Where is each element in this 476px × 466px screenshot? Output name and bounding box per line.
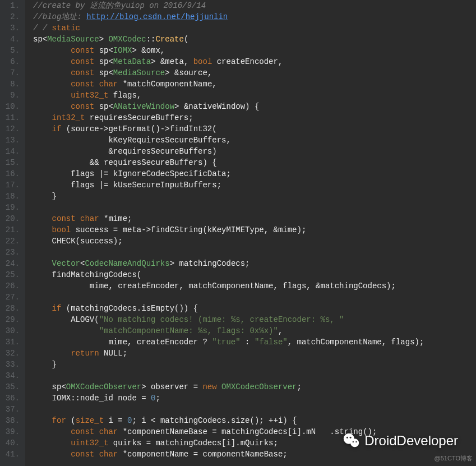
token: const — [71, 427, 94, 436]
token: sp< — [33, 382, 66, 391]
token: OMXCodecObserver — [217, 382, 297, 391]
token: > — [151, 57, 160, 66]
code-line: } — [33, 359, 476, 370]
line-number: 16. — [3, 168, 20, 179]
token — [33, 158, 90, 167]
token — [33, 214, 52, 223]
token — [33, 282, 90, 290]
token: ; — [297, 382, 302, 391]
token: sp< — [94, 46, 113, 55]
token — [33, 102, 71, 111]
token: findMatchingCodecs( — [52, 270, 142, 279]
token — [99, 214, 104, 223]
token — [33, 136, 108, 145]
token — [33, 304, 52, 313]
line-number: 39. — [3, 426, 20, 437]
url-link[interactable]: http://blog.csdn.net/hejjunlin — [86, 12, 228, 21]
token: } — [52, 192, 57, 201]
code-line: sp<OMXCodecObserver> observer = new OMXC… — [33, 381, 476, 393]
token: static — [52, 24, 80, 33]
code-line: const sp<MetaData> &meta, bool createEnc… — [33, 56, 476, 67]
token: "false" — [255, 338, 288, 347]
token: > observer = — [141, 382, 202, 391]
code-line: const sp<MediaSource> &source, — [33, 67, 476, 79]
token: char — [99, 80, 118, 89]
token — [61, 304, 66, 313]
token: CodecNameAndQuirks — [85, 259, 169, 268]
token — [316, 427, 330, 436]
line-number: 9. — [3, 90, 20, 101]
line-number: 37. — [3, 404, 20, 415]
token — [33, 147, 108, 156]
token: flags, — [113, 91, 141, 100]
code-area[interactable]: //create by 逆流的鱼yuiop on 2016/9/14//blog… — [25, 0, 476, 466]
token: ( — [66, 416, 76, 425]
token: for — [52, 416, 66, 425]
token — [33, 91, 71, 100]
token: char — [99, 427, 118, 436]
code-line — [33, 202, 476, 213]
token: MetaData — [113, 57, 151, 66]
code-line — [33, 247, 476, 258]
token: , — [278, 326, 283, 335]
code-line: bool success = meta->findCString(kKeyMIM… — [33, 224, 476, 236]
code-line: //blog地址: http://blog.csdn.net/hejjunlin — [33, 11, 476, 22]
token: MediaSource — [113, 68, 165, 77]
token — [33, 416, 52, 425]
token: &source, — [174, 68, 212, 77]
token — [118, 80, 122, 89]
code-line: int32_t requiresSecureBuffers; — [33, 112, 476, 123]
code-line — [33, 370, 476, 381]
token: const — [71, 57, 94, 66]
token — [33, 439, 71, 447]
token: IOMX — [113, 46, 132, 55]
code-line: flags |= kUseSecureInputBuffers; — [33, 179, 476, 191]
token: matchingCodecs; — [179, 259, 249, 268]
token: const — [71, 102, 94, 111]
token — [33, 46, 71, 55]
token — [33, 427, 71, 436]
token — [33, 225, 52, 234]
token: && requiresSecureBuffers) { — [90, 158, 217, 167]
svg-point-2 — [346, 437, 348, 439]
token: const — [71, 46, 94, 55]
code-line: sp<MediaSource> OMXCodec::Create( — [33, 34, 476, 45]
line-number: 27. — [3, 292, 20, 303]
token: (matchingCodecs.isEmpty()) { — [66, 304, 198, 313]
line-number: 3. — [3, 22, 20, 34]
code-line — [33, 404, 476, 415]
token: *componentNameBase = matchingCodecs[i].m… — [118, 427, 316, 436]
code-line: return NULL; — [33, 348, 476, 359]
line-number: 14. — [3, 146, 20, 157]
line-number: 4. — [3, 34, 20, 45]
token — [33, 68, 71, 77]
line-number: 35. — [3, 381, 20, 393]
token: sp< — [94, 68, 113, 77]
token: char — [80, 214, 99, 223]
token: NULL; — [104, 349, 127, 358]
token — [33, 80, 71, 89]
token: :: — [146, 35, 156, 44]
line-number: 38. — [3, 415, 20, 426]
token: uint32_t — [71, 91, 108, 100]
code-line: Vector<CodecNameAndQuirks> matchingCodec… — [33, 258, 476, 269]
line-number: 12. — [3, 123, 20, 135]
code-line: } — [33, 191, 476, 202]
line-number: 17. — [3, 179, 20, 191]
token — [33, 360, 52, 369]
token — [212, 57, 216, 66]
svg-point-4 — [353, 441, 354, 442]
token: kKeyRequiresSecureBuffers, — [108, 136, 230, 145]
token: ANativeWindow — [113, 102, 174, 111]
token: Vector — [52, 259, 80, 268]
token — [33, 394, 52, 403]
token: : — [241, 338, 255, 347]
token: (source->getFormat()->findInt32( — [66, 124, 217, 133]
token — [33, 349, 71, 358]
token — [33, 113, 52, 122]
svg-point-5 — [356, 441, 357, 442]
token — [61, 124, 66, 133]
token: success = meta->findCString(kKeyMIMEType… — [76, 225, 307, 234]
token: if — [52, 124, 62, 133]
code-line: "matchComponentName: %s, flags: 0x%x)", — [33, 325, 476, 336]
